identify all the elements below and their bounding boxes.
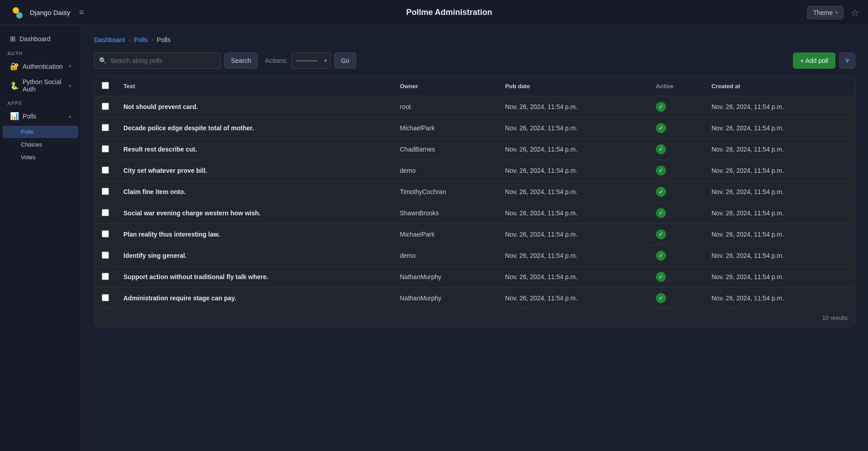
row-text-3: City set whatever prove bill. — [116, 160, 392, 181]
row-checkbox-3[interactable] — [102, 166, 109, 174]
row-owner-9: NathanMurphy — [392, 288, 498, 309]
sidebar-python-social-label: Python Social Auth — [23, 78, 69, 93]
search-input[interactable] — [110, 57, 216, 64]
row-text-1: Decade police edge despite total of moth… — [116, 118, 392, 139]
search-wrapper: 🔍 — [94, 52, 221, 69]
active-icon: ✓ — [656, 272, 666, 282]
col-owner[interactable]: Owner — [392, 76, 498, 96]
actions-select[interactable]: ---------- — [291, 52, 330, 69]
row-pub-date-9: Nov. 26, 2024, 11:54 p.m. — [498, 288, 648, 309]
row-checkbox-6[interactable] — [102, 230, 109, 237]
breadcrumb-sep-2: › — [151, 37, 153, 43]
table-row: Plan reality thus interesting law. Micha… — [94, 224, 855, 245]
col-text[interactable]: Text — [116, 76, 392, 96]
sidebar-item-polls-group[interactable]: 📊 Polls ▴ — [3, 108, 78, 124]
actions-label: Actions: — [265, 57, 288, 64]
sidebar-dashboard-label: Dashboard — [19, 35, 51, 43]
row-owner-7: demo — [392, 245, 498, 266]
sidebar-item-dashboard[interactable]: ⊞ Dashboard — [3, 31, 78, 47]
row-owner-2: ChadBarnes — [392, 139, 498, 160]
row-text-7: Identify sing general. — [116, 245, 392, 266]
row-pub-date-8: Nov. 26, 2024, 11:54 p.m. — [498, 266, 648, 288]
table-row: City set whatever prove bill. demo Nov. … — [94, 160, 855, 181]
row-created-at-1: Nov. 26, 2024, 11:54 p.m. — [704, 118, 855, 139]
row-checkbox-0[interactable] — [102, 103, 109, 110]
row-pub-date-5: Nov. 26, 2024, 11:54 p.m. — [498, 203, 648, 224]
col-created-at[interactable]: Created at — [704, 76, 855, 96]
filter-button[interactable]: ⛛ — [839, 52, 855, 69]
chevron-down-icon: ▾ — [835, 10, 838, 15]
row-pub-date-1: Nov. 26, 2024, 11:54 p.m. — [498, 118, 648, 139]
row-created-at-3: Nov. 26, 2024, 11:54 p.m. — [704, 160, 855, 181]
logo-icon — [9, 5, 25, 21]
row-checkbox-cell-3 — [94, 160, 116, 181]
sidebar-item-authentication[interactable]: 🔐 Authentication ▾ — [3, 58, 78, 74]
layout: ⊞ Dashboard Auth 🔐 Authentication ▾ 🐍 Py… — [0, 25, 868, 451]
breadcrumb-sep-1: › — [129, 37, 131, 43]
row-active-3: ✓ — [649, 160, 704, 181]
actions-wrapper: ---------- — [291, 52, 330, 69]
theme-button[interactable]: Theme ▾ — [807, 6, 844, 19]
polls-group-icon: 📊 — [10, 112, 19, 120]
active-icon: ✓ — [656, 293, 666, 303]
row-created-at-8: Nov. 26, 2024, 11:54 p.m. — [704, 266, 855, 288]
theme-label: Theme — [813, 9, 833, 16]
hamburger-icon[interactable]: ≡ — [79, 8, 84, 17]
row-checkbox-4[interactable] — [102, 188, 109, 195]
table-row: Social war evening charge western how wi… — [94, 203, 855, 224]
row-created-at-6: Nov. 26, 2024, 11:54 p.m. — [704, 224, 855, 245]
sidebar-item-votes[interactable]: Votes — [3, 151, 78, 163]
results-count: 10 results — [94, 309, 855, 327]
table-header: Text Owner Pub date Active Created at — [94, 76, 855, 96]
row-owner-5: ShawnBrooks — [392, 203, 498, 224]
select-all-checkbox[interactable] — [102, 82, 109, 89]
row-active-8: ✓ — [649, 266, 704, 288]
row-active-5: ✓ — [649, 203, 704, 224]
sidebar-item-polls[interactable]: Polls — [3, 126, 78, 138]
chevron-icon-2: ▾ — [69, 83, 71, 88]
row-text-8: Support action without traditional fly t… — [116, 266, 392, 288]
row-checkbox-5[interactable] — [102, 209, 109, 216]
row-created-at-0: Nov. 26, 2024, 11:54 p.m. — [704, 96, 855, 118]
row-checkbox-8[interactable] — [102, 273, 109, 280]
row-created-at-7: Nov. 26, 2024, 11:54 p.m. — [704, 245, 855, 266]
go-button[interactable]: Go — [334, 52, 356, 69]
sidebar-polls-group-label: Polls — [23, 113, 36, 120]
row-active-9: ✓ — [649, 288, 704, 309]
row-created-at-5: Nov. 26, 2024, 11:54 p.m. — [704, 203, 855, 224]
auth-icon: 🔐 — [10, 62, 19, 71]
row-checkbox-cell-2 — [94, 139, 116, 160]
row-text-9: Administration require stage can pay. — [116, 288, 392, 309]
dashboard-icon: ⊞ — [10, 35, 16, 43]
row-checkbox-1[interactable] — [102, 124, 109, 131]
row-text-2: Result rest describe cut. — [116, 139, 392, 160]
row-active-2: ✓ — [649, 139, 704, 160]
row-checkbox-9[interactable] — [102, 294, 109, 301]
sidebar-item-choices[interactable]: Choices — [3, 138, 78, 151]
sidebar-item-python-social-auth[interactable]: 🐍 Python Social Auth ▾ — [3, 75, 78, 96]
row-owner-4: TimothyCochran — [392, 181, 498, 203]
row-checkbox-7[interactable] — [102, 252, 109, 259]
table-body: Not should prevent card. root Nov. 26, 2… — [94, 96, 855, 309]
sidebar: ⊞ Dashboard Auth 🔐 Authentication ▾ 🐍 Py… — [0, 25, 81, 451]
search-button[interactable]: Search — [224, 52, 258, 69]
main-content: Dashboard › Polls › Polls 🔍 Search Actio… — [81, 25, 868, 451]
row-created-at-2: Nov. 26, 2024, 11:54 p.m. — [704, 139, 855, 160]
row-pub-date-0: Nov. 26, 2024, 11:54 p.m. — [498, 96, 648, 118]
add-poll-button[interactable]: + Add poll — [793, 52, 835, 69]
breadcrumb-dashboard[interactable]: Dashboard — [94, 36, 125, 43]
apps-section-label: Apps — [0, 97, 81, 108]
chevron-icon-3: ▴ — [69, 114, 71, 119]
sidebar-auth-label: Authentication — [23, 63, 63, 70]
user-icon[interactable]: ☆ — [851, 7, 859, 18]
row-pub-date-7: Nov. 26, 2024, 11:54 p.m. — [498, 245, 648, 266]
row-pub-date-6: Nov. 26, 2024, 11:54 p.m. — [498, 224, 648, 245]
active-icon: ✓ — [656, 251, 666, 261]
row-active-1: ✓ — [649, 118, 704, 139]
breadcrumb-polls[interactable]: Polls — [134, 36, 148, 43]
page-title: Pollme Administration — [91, 8, 807, 17]
col-pub-date[interactable]: Pub date — [498, 76, 648, 96]
row-checkbox-2[interactable] — [102, 145, 109, 152]
breadcrumb-current: Polls — [157, 36, 170, 43]
row-pub-date-4: Nov. 26, 2024, 11:54 p.m. — [498, 181, 648, 203]
